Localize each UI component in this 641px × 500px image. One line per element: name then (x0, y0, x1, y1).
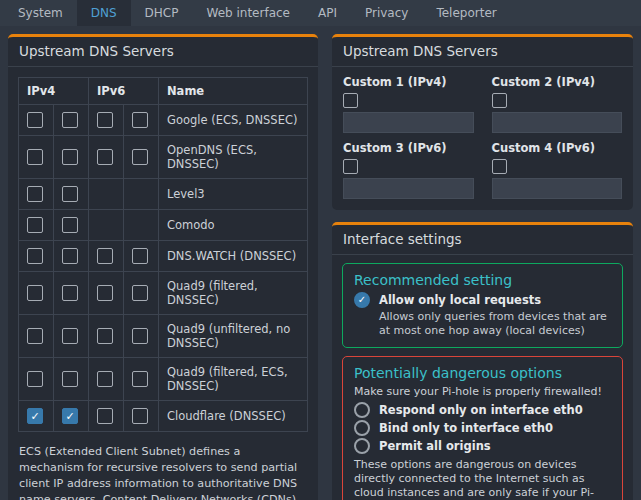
allow-local-requests-option[interactable]: Allow only local requests (354, 292, 611, 308)
checkbox-unchecked[interactable] (132, 248, 148, 264)
tab-web-interface[interactable]: Web interface (192, 0, 304, 26)
firewall-warning-intro: Make sure your Pi-hole is properly firew… (354, 385, 611, 398)
checkbox-cell (54, 358, 89, 401)
checkbox-unchecked[interactable] (62, 371, 78, 387)
checkbox-unchecked[interactable] (97, 112, 113, 128)
dns-server-row: Level3 (19, 179, 308, 210)
tab-bar: SystemDNSDHCPWeb interfaceAPIPrivacyTele… (0, 0, 641, 26)
checkbox-unchecked[interactable] (27, 149, 43, 165)
interface-settings-title: Interface settings (332, 225, 633, 255)
tab-api[interactable]: API (304, 0, 351, 26)
dangerous-heading: Potentially dangerous options (354, 365, 611, 381)
dns-server-row: Cloudflare (DNSSEC) (19, 401, 308, 432)
checkbox-cell (19, 136, 54, 179)
checkbox-cell (124, 179, 159, 210)
tab-privacy[interactable]: Privacy (351, 0, 422, 26)
checkbox-cell (89, 315, 124, 358)
checkbox-unchecked[interactable] (62, 112, 78, 128)
checkbox-unchecked[interactable] (132, 328, 148, 344)
checkbox-cell (89, 401, 124, 432)
checkbox-unchecked[interactable] (97, 149, 113, 165)
checkbox-unchecked[interactable] (97, 328, 113, 344)
col-header-name: Name (159, 78, 308, 105)
custom-dns-grid: Custom 1 (IPv4)Custom 2 (IPv4)Custom 3 (… (332, 67, 633, 210)
dns-server-row: Comodo (19, 210, 308, 241)
checkbox-cell (124, 136, 159, 179)
col-header-ipv6: IPv6 (89, 78, 159, 105)
checkbox-cell (124, 272, 159, 315)
dangerous-options-box: Potentially dangerous options Make sure … (342, 356, 623, 500)
checkbox-unchecked[interactable] (62, 248, 78, 264)
checkbox-unchecked[interactable] (27, 371, 43, 387)
custom-dns-field-label: Custom 3 (IPv6) (343, 141, 474, 155)
custom-dns-checkbox[interactable] (492, 159, 507, 174)
allow-local-requests-desc: Allows only queries from devices that ar… (379, 310, 611, 339)
checkbox-unchecked[interactable] (97, 248, 113, 264)
tab-dns[interactable]: DNS (77, 0, 131, 26)
checkbox-unchecked[interactable] (132, 371, 148, 387)
checkbox-checked[interactable] (27, 408, 43, 424)
custom-dns-input[interactable] (343, 178, 474, 199)
checkbox-cell (124, 315, 159, 358)
checkbox-unchecked[interactable] (62, 217, 78, 233)
dangerous-options-list: Respond only on interface eth0Bind only … (354, 402, 611, 454)
checkbox-unchecked[interactable] (132, 408, 148, 424)
custom-dns-field: Custom 4 (IPv6) (492, 141, 623, 199)
checkbox-unchecked[interactable] (132, 112, 148, 128)
checkbox-unchecked[interactable] (97, 371, 113, 387)
tab-teleporter[interactable]: Teleporter (422, 0, 510, 26)
checkbox-unchecked[interactable] (27, 217, 43, 233)
checkbox-unchecked[interactable] (62, 149, 78, 165)
checkbox-checked[interactable] (62, 408, 78, 424)
checkbox-cell (19, 179, 54, 210)
dangerous-radio-option[interactable]: Bind only to interface eth0 (354, 420, 611, 436)
checkbox-unchecked[interactable] (27, 285, 43, 301)
right-column: Upstream DNS Servers Custom 1 (IPv4)Cust… (332, 34, 633, 500)
checkbox-unchecked[interactable] (27, 248, 43, 264)
checkbox-cell (54, 136, 89, 179)
left-column: Upstream DNS Servers IPv4 IPv6 Name Goog… (8, 34, 318, 500)
checkbox-unchecked[interactable] (27, 186, 43, 202)
table-header-row: IPv4 IPv6 Name (19, 78, 308, 105)
tab-dhcp[interactable]: DHCP (131, 0, 193, 26)
custom-dns-checkbox[interactable] (343, 159, 358, 174)
checkbox-cell (124, 210, 159, 241)
checkbox-cell (19, 272, 54, 315)
dns-server-name: Quad9 (filtered, DNSSEC) (159, 272, 308, 315)
checkbox-unchecked[interactable] (27, 328, 43, 344)
dns-server-name: Cloudflare (DNSSEC) (159, 401, 308, 432)
checkbox-unchecked[interactable] (132, 285, 148, 301)
checkbox-unchecked[interactable] (62, 328, 78, 344)
checkbox-cell (89, 179, 124, 210)
custom-dns-input[interactable] (492, 112, 623, 133)
checkbox-cell (124, 241, 159, 272)
checkbox-unchecked[interactable] (62, 285, 78, 301)
checkbox-unchecked[interactable] (97, 408, 113, 424)
dangerous-radio-option[interactable]: Respond only on interface eth0 (354, 402, 611, 418)
checkbox-cell (89, 136, 124, 179)
checkbox-unchecked[interactable] (62, 186, 78, 202)
dangerous-radio-label: Permit all origins (379, 439, 491, 453)
dangerous-radio-option[interactable]: Permit all origins (354, 438, 611, 454)
custom-dns-input[interactable] (492, 178, 623, 199)
recommended-heading: Recommended setting (354, 272, 611, 288)
upstream-dns-panel-title: Upstream DNS Servers (8, 37, 318, 67)
checkbox-cell (89, 358, 124, 401)
dns-server-name: OpenDNS (ECS, DNSSEC) (159, 136, 308, 179)
custom-dns-checkbox[interactable] (343, 93, 358, 108)
checkbox-cell (124, 401, 159, 432)
checkbox-cell (54, 401, 89, 432)
checkbox-unchecked[interactable] (97, 285, 113, 301)
custom-dns-input[interactable] (343, 112, 474, 133)
checkbox-unchecked[interactable] (27, 112, 43, 128)
custom-dns-panel: Upstream DNS Servers Custom 1 (IPv4)Cust… (332, 34, 633, 210)
radio-selected-icon (354, 292, 370, 308)
dns-table-body: Google (ECS, DNSSEC)OpenDNS (ECS, DNSSEC… (19, 105, 308, 432)
tab-system[interactable]: System (4, 0, 77, 26)
checkbox-unchecked[interactable] (132, 149, 148, 165)
warning-text-pre: These options are dangerous on devices d… (354, 458, 594, 500)
ecs-description: ECS (Extended Client Subnet) defines a m… (8, 442, 318, 500)
checkbox-cell (19, 358, 54, 401)
upstream-dns-table: IPv4 IPv6 Name Google (ECS, DNSSEC)OpenD… (18, 77, 308, 432)
custom-dns-checkbox[interactable] (492, 93, 507, 108)
